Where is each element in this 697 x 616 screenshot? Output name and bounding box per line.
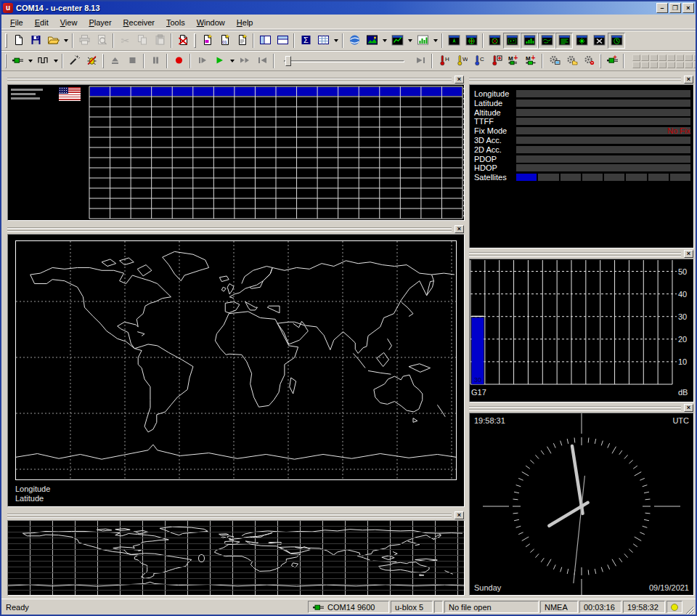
clear-file-button[interactable] bbox=[174, 33, 192, 49]
new-text-console-button[interactable] bbox=[233, 33, 250, 49]
snowflake-view-button[interactable] bbox=[573, 33, 590, 49]
stop-button[interactable] bbox=[123, 53, 141, 69]
mini-map-grip[interactable]: × bbox=[7, 511, 465, 520]
split-vertical-button[interactable] bbox=[274, 33, 291, 49]
m-plus-1-button[interactable]: M+ bbox=[505, 53, 522, 69]
panel-close-button[interactable]: × bbox=[455, 225, 464, 233]
playback-slider[interactable] bbox=[282, 54, 406, 68]
dock-table-button[interactable] bbox=[503, 33, 521, 49]
coldstart-button[interactable]: C bbox=[470, 53, 487, 69]
connect-button[interactable] bbox=[9, 53, 26, 69]
gear-monitor-button[interactable] bbox=[545, 53, 563, 69]
data-view-panel[interactable]: LongitudeLatitudeAltitudeTTFFFix ModeNo … bbox=[469, 84, 694, 248]
world-map-grip[interactable]: × bbox=[7, 225, 465, 234]
chart-view-dropdown[interactable] bbox=[406, 33, 414, 49]
eject-button[interactable] bbox=[106, 53, 123, 69]
menu-player[interactable]: Player bbox=[83, 17, 117, 28]
open-file-button[interactable] bbox=[44, 33, 62, 49]
toolbar-grip[interactable] bbox=[5, 33, 7, 48]
jump-end-button[interactable] bbox=[412, 53, 429, 69]
panel-close-button[interactable]: × bbox=[455, 76, 464, 84]
histogram-view-dropdown[interactable] bbox=[431, 33, 439, 49]
satellite-table-panel[interactable] bbox=[7, 84, 465, 221]
compass-view-button[interactable] bbox=[486, 33, 503, 49]
panel-close-button[interactable]: × bbox=[684, 404, 693, 412]
statistic-view-button[interactable]: Σ bbox=[297, 33, 314, 49]
data-view-grip[interactable]: × bbox=[469, 76, 694, 84]
world-map-panel[interactable]: Longitude Latitude bbox=[7, 234, 465, 507]
panel-close-button[interactable]: × bbox=[684, 250, 693, 258]
status-segment-com-port[interactable]: COM14 9600 bbox=[308, 601, 389, 613]
dock-messages-button[interactable] bbox=[555, 33, 573, 49]
menu-file[interactable]: File bbox=[4, 17, 29, 28]
restart-plus-button[interactable] bbox=[487, 53, 505, 69]
dock-chart-button[interactable] bbox=[521, 33, 538, 49]
autobaud-wand-button[interactable] bbox=[65, 53, 83, 69]
record-button[interactable] bbox=[170, 53, 187, 69]
connection-plus-button[interactable]: + bbox=[603, 53, 621, 69]
signal-view-panel[interactable]: 102030405030G17dB bbox=[469, 259, 694, 402]
toolbar-grip[interactable] bbox=[194, 33, 196, 48]
data-row-satellites: Satellites bbox=[474, 173, 690, 182]
baudrate-dropdown[interactable] bbox=[52, 53, 60, 69]
minimize-button[interactable]: – bbox=[656, 3, 668, 13]
save-file-button[interactable] bbox=[27, 33, 44, 49]
jump-start-button[interactable] bbox=[253, 53, 271, 69]
warmstart-button[interactable]: W bbox=[452, 53, 470, 69]
m-plus-2-button[interactable]: M+ bbox=[522, 53, 539, 69]
open-file-dropdown[interactable] bbox=[62, 33, 70, 49]
connect-dropdown[interactable] bbox=[26, 53, 34, 69]
toolbar-grip[interactable] bbox=[600, 54, 601, 68]
satellite-table-grip[interactable]: × bbox=[7, 76, 465, 84]
signal-view-grip[interactable]: × bbox=[469, 250, 694, 259]
dock-map-button[interactable] bbox=[538, 33, 555, 49]
mini-map-panel[interactable] bbox=[7, 520, 465, 596]
resize-grip[interactable] bbox=[684, 603, 694, 615]
toolbar-separator bbox=[431, 54, 433, 68]
table-view-button[interactable] bbox=[314, 33, 332, 49]
hotstart-button[interactable]: H bbox=[435, 53, 452, 69]
panel-close-button[interactable]: × bbox=[455, 511, 464, 519]
histogram-view-button[interactable] bbox=[414, 33, 431, 49]
new-message-view-button[interactable] bbox=[198, 33, 216, 49]
map-view-dropdown[interactable] bbox=[380, 33, 388, 49]
close-all-button[interactable] bbox=[590, 33, 608, 49]
data-row-value bbox=[516, 90, 690, 97]
table-view-dropdown[interactable] bbox=[332, 33, 340, 49]
menu-edit[interactable]: Edit bbox=[29, 17, 54, 28]
chart-view-button[interactable] bbox=[388, 33, 406, 49]
menu-help[interactable]: Help bbox=[231, 17, 259, 28]
menu-receiver[interactable]: Receiver bbox=[118, 17, 160, 28]
toolbar-grip[interactable] bbox=[5, 54, 7, 68]
menu-view[interactable]: View bbox=[54, 17, 83, 28]
gear-reset-button[interactable] bbox=[580, 53, 598, 69]
play-dropdown[interactable] bbox=[228, 53, 236, 69]
split-horizontal-button[interactable] bbox=[256, 33, 274, 49]
clock-view-panel[interactable]: 19:58:31 UTC Sunday 09/19/2021 bbox=[469, 413, 694, 596]
step-forward-button[interactable] bbox=[193, 53, 211, 69]
panel-close-button[interactable]: × bbox=[684, 76, 693, 84]
close-all-2-button[interactable] bbox=[625, 33, 643, 49]
baudrate-button[interactable] bbox=[34, 53, 52, 69]
fast-forward-button[interactable] bbox=[236, 53, 253, 69]
new-file-button[interactable] bbox=[9, 33, 27, 49]
play-button[interactable] bbox=[211, 53, 228, 69]
slider-thumb[interactable] bbox=[285, 56, 291, 66]
deviation-map-button[interactable] bbox=[445, 33, 462, 49]
toolbar-grip[interactable] bbox=[102, 54, 104, 68]
debug-bug-button[interactable] bbox=[83, 53, 100, 69]
maximize-button[interactable]: ❐ bbox=[669, 3, 681, 13]
new-packet-console-button[interactable]: 01 bbox=[216, 33, 233, 49]
data-row-value bbox=[516, 137, 690, 144]
menu-tools[interactable]: Tools bbox=[160, 17, 191, 28]
sky-view-button[interactable] bbox=[462, 33, 480, 49]
menu-window[interactable]: Window bbox=[191, 17, 231, 28]
google-earth-button[interactable] bbox=[346, 33, 363, 49]
title-bar[interactable]: u COM14 - u-center 8.13 – ❐ × bbox=[1, 1, 696, 15]
pause-button[interactable] bbox=[147, 53, 164, 69]
clock-view-grip[interactable]: × bbox=[469, 404, 694, 413]
dock-clock-button[interactable] bbox=[608, 33, 625, 49]
close-button[interactable]: × bbox=[682, 3, 694, 13]
map-view-button[interactable] bbox=[363, 33, 380, 49]
gear-file-button[interactable] bbox=[563, 53, 580, 69]
